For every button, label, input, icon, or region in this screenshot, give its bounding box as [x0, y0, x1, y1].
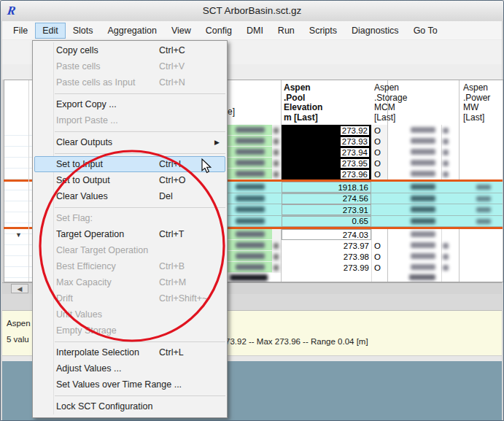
menu-item-shortcut: Ctrl+L [159, 347, 225, 358]
redacted-value [411, 231, 435, 237]
cell-value[interactable]: 0.65 [282, 216, 371, 227]
menu-item-import-paste: Import Paste ... [34, 112, 225, 128]
pool-elevation-cell[interactable]: 273.94 [282, 147, 371, 158]
menu-item-empty-storage: Empty Storage [34, 322, 225, 339]
menu-item-label: Best Efficiency [56, 261, 159, 271]
menu-item-label: Paste cells as Input [56, 77, 159, 88]
menu-item-paste-cells-as-input: Paste cells as InputCtrl+N [34, 74, 225, 90]
menubar-item-diagnostics[interactable]: Diagnostics [344, 23, 406, 39]
menu-item-clear-values[interactable]: Clear ValuesDel [34, 188, 225, 204]
redacted-date [236, 206, 265, 212]
window-title: SCT ArborBasin.sct.gz [1, 5, 503, 16]
redacted-value [274, 243, 279, 249]
pool-elevation-cell[interactable]: 273.96 [282, 169, 371, 180]
cell-value[interactable]: 1918.16 [282, 182, 371, 193]
menu-item-label: Interpolate Selection [56, 347, 159, 358]
cell-value[interactable]: 274.56 [282, 193, 371, 204]
menu-item-label: Lock SCT Configuration [56, 401, 159, 412]
menu-item-unit-values: Unit Values [34, 306, 225, 322]
title-bar[interactable]: R SCT ArborBasin.sct.gz [1, 1, 503, 21]
cell-value: 273.95 [341, 159, 369, 168]
row-header-divider [28, 80, 29, 282]
menu-item-set-to-output[interactable]: Set to OutputCtrl+O [34, 172, 225, 188]
menu-item-set-to-input[interactable]: Set to InputCtrl+I [34, 156, 225, 172]
menubar-item-slots[interactable]: Slots [66, 23, 101, 39]
menubar-item-dmi[interactable]: DMI [239, 23, 271, 39]
redacted-value [476, 196, 491, 201]
menu-item-label: Clear Target Operation [56, 245, 159, 255]
redacted-value [476, 219, 491, 224]
menu-separator [55, 128, 225, 134]
cell-value[interactable]: 273.97 [282, 240, 371, 252]
cell-value[interactable]: 273.99 [282, 262, 371, 274]
redacted-value [411, 218, 435, 224]
menubar-item-view[interactable]: View [164, 23, 198, 39]
pool-elevation-cell[interactable]: 273.93 [282, 136, 371, 147]
menubar-item-config[interactable]: Config [198, 23, 239, 39]
menubar-item-edit[interactable]: Edit [35, 23, 66, 39]
redacted-value [443, 161, 449, 166]
menu-separator [55, 393, 225, 398]
menubar-item-scripts[interactable]: Scripts [302, 23, 344, 39]
menu-item-target-operation[interactable]: Target OperationCtrl+T [34, 226, 225, 242]
redacted-value [411, 160, 435, 166]
redacted-value [411, 149, 435, 155]
redacted-value [443, 265, 449, 271]
redacted-value [274, 265, 279, 271]
redacted-date [236, 264, 265, 270]
menu-item-set-values-over-time-range[interactable]: Set Values over Time Range ... [34, 376, 225, 393]
column-header-aspen-power[interactable]: Aspen .Power MW [Last] [463, 83, 490, 123]
menu-item-label: Target Operation [56, 229, 159, 239]
menubar-item-run[interactable]: Run [271, 23, 302, 39]
menu-item-shortcut: Ctrl+C [159, 45, 225, 55]
redacted-value [443, 150, 449, 155]
menu-item-shortcut: Ctrl+T [159, 229, 225, 239]
menubar-item-go-to[interactable]: Go To [406, 23, 445, 39]
flag-cell: O [371, 262, 387, 273]
pool-elevation-cell[interactable]: 273.95 [282, 158, 371, 169]
menu-item-adjust-values[interactable]: Adjust Values ... [34, 360, 225, 376]
redacted-date [236, 184, 265, 190]
menu-item-shortcut: Del [159, 191, 225, 201]
menu-item-lock-sct-configuration[interactable]: Lock SCT Configuration [34, 398, 225, 414]
cell-value[interactable]: 273.91 [282, 204, 371, 215]
menu-item-shortcut: Ctrl+N [159, 77, 225, 88]
menu-item-export-copy[interactable]: Export Copy ... [34, 96, 225, 112]
menubar-item-aggregation[interactable]: Aggregation [101, 23, 164, 39]
column-header-aspen-pool-elevation[interactable]: Aspen .Pool Elevation m [Last] [284, 83, 322, 123]
menubar-item-file[interactable]: File [6, 23, 35, 39]
flag-cell: O [371, 169, 387, 179]
menu-item-copy-cells[interactable]: Copy cellsCtrl+C [34, 42, 225, 58]
menu-item-best-efficiency: Best EfficiencyCtrl+B [34, 258, 225, 274]
redacted-value [411, 253, 435, 259]
menu-item-interpolate-selection[interactable]: Interpolate SelectionCtrl+L [34, 344, 225, 360]
column-border [503, 80, 503, 282]
redacted-value [411, 171, 435, 177]
status-slot-name: Aspen [7, 319, 31, 328]
scroll-left-button[interactable]: ◀ [11, 284, 28, 293]
menu-item-label: Set Flag: [56, 213, 159, 223]
edit-menu: Copy cellsCtrl+CPaste cellsCtrl+VPaste c… [32, 40, 228, 418]
redacted-value [443, 128, 449, 134]
column-header-aspen-storage[interactable]: Aspen .Storage MCM [Last] [374, 83, 407, 123]
redacted-value [274, 171, 279, 177]
redacted-value [443, 171, 449, 177]
current-row-marker-icon: ▼ [15, 231, 22, 239]
menu-item-clear-outputs[interactable]: Clear Outputs▶ [34, 134, 225, 150]
menu-item-paste-cells: Paste cellsCtrl+V [34, 58, 225, 74]
redacted-value [274, 161, 279, 166]
menu-item-clear-target-operation: Clear Target Operation [34, 242, 225, 258]
menu-item-label: Unit Values [56, 309, 159, 320]
menu-item-shortcut: Ctrl+M [159, 277, 225, 287]
column-header-fragment: e] [228, 107, 235, 117]
cell-value[interactable]: 273.98 [282, 251, 371, 263]
menu-item-shortcut: Ctrl+Shift+~ [159, 293, 225, 304]
redacted-date [236, 138, 265, 144]
pool-elevation-cell[interactable]: 273.92 [282, 125, 371, 136]
cell-value[interactable]: 274.03 [282, 229, 371, 240]
menu-item-shortcut: Ctrl+V [159, 61, 225, 72]
redacted-value [476, 207, 491, 212]
menu-item-label: Drift [56, 293, 159, 304]
redacted-value [411, 242, 435, 248]
menu-item-drift: DriftCtrl+Shift+~ [34, 290, 225, 306]
